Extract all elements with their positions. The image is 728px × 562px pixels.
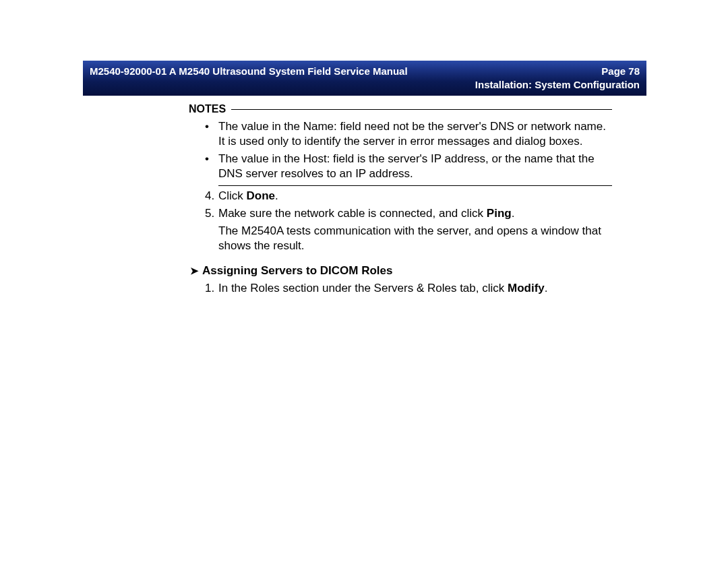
banner-row-1: M2540-92000-01 A M2540 Ultrasound System… [90,65,640,78]
step-text: Make sure the network cable is connected… [218,206,612,221]
bullet-icon: • [205,119,218,149]
list-item: • The value in the Name: field need not … [190,119,612,149]
text-fragment: . [545,282,548,294]
step-number: 4. [205,189,218,204]
step-text: In the Roles section under the Servers &… [218,281,612,296]
notes-heading: NOTES [189,102,612,117]
bold-term: Modify [508,282,545,294]
section-breadcrumb: Installation: System Configuration [475,79,640,90]
steps-list: 4. Click Done. 5. Make sure the network … [190,189,612,253]
notes-list: • The value in the Name: field need not … [190,119,612,181]
bold-term: Done [247,189,276,202]
page-header-banner: M2540-92000-01 A M2540 Ultrasound System… [83,61,646,96]
bullet-icon: • [205,152,218,181]
list-item: 1. In the Roles section under the Server… [190,281,612,296]
text-fragment: . [275,189,278,202]
text-fragment: . [512,207,515,220]
note-text: The value in the Host: field is the serv… [218,152,612,181]
list-item: • The value in the Host: field is the se… [190,152,612,181]
subsection-title: Assigning Servers to DICOM Roles [202,263,392,278]
document-page: M2540-92000-01 A M2540 Ultrasound System… [0,0,728,562]
bold-term: Ping [487,207,512,220]
step-text: Click Done. [218,189,612,204]
step-number: 1. [205,281,218,296]
notes-end-rule [218,185,612,186]
notes-heading-text: NOTES [189,102,226,117]
text-fragment: Click [218,189,247,202]
step-continuation: The M2540A tests communication with the … [190,224,612,253]
arrow-icon: ➤ [190,264,202,278]
banner-row-2: Installation: System Configuration [90,78,640,92]
list-item: 4. Click Done. [190,189,612,204]
page-number: Page 78 [601,65,640,78]
subsection-steps-list: 1. In the Roles section under the Server… [190,281,612,296]
text-fragment: In the Roles section under the Servers &… [218,282,508,294]
list-item: 5. Make sure the network cable is connec… [190,206,612,221]
text-fragment: Make sure the network cable is connected… [218,207,487,220]
subsection-heading: ➤ Assigning Servers to DICOM Roles [190,263,612,278]
step-number: 5. [205,206,218,221]
doc-title: M2540-92000-01 A M2540 Ultrasound System… [90,65,408,78]
note-text: The value in the Name: field need not be… [218,119,612,149]
page-body: NOTES • The value in the Name: field nee… [190,102,612,299]
heading-rule [231,109,612,110]
